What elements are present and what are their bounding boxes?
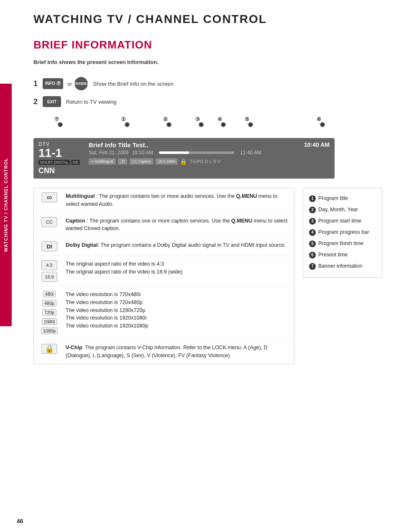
side-tab: WATCHING TV / CHANNEL CONTROL — [0, 84, 12, 326]
resolution-desc: The video resolution is 720x480i The vid… — [66, 291, 289, 330]
banner-right: 10:40 AM — [292, 141, 330, 148]
legend-num-3: 3 — [309, 218, 316, 225]
ratio-icon: 16:9 1080i — [156, 159, 177, 164]
banner-end-time: 11:40 AM — [240, 150, 261, 156]
step-1-desc: Show the Brief Info on the screen. — [93, 81, 175, 87]
annotation-5 — [248, 122, 253, 127]
annot-label-4: ④ — [217, 116, 222, 122]
multilingual-symbol: ∞ — [41, 192, 57, 202]
banner-left: DTV 11-1 DOLBY DIGITAL HD CNN — [38, 141, 84, 175]
dolby-symbol: DI — [41, 241, 57, 251]
vchip-icon-col: 🔒 — [39, 344, 60, 354]
info-table: ∞ Multilingual : The program contains tw… — [33, 188, 294, 364]
legend-item-2: 2 Day, Month, Year — [309, 205, 376, 215]
legend-item-1: 1 Program title — [309, 193, 376, 204]
legend-num-1: 1 — [309, 195, 316, 202]
banner-center: Brief Info Title Test.. Sat, Feb 21, 200… — [89, 141, 288, 165]
res-480p: 480p — [42, 300, 56, 307]
info-row-aspect: 4:3 16:9 The original aspect ratio of th… — [34, 256, 294, 286]
dolby-icon-col: DI — [39, 241, 60, 251]
vchip-desc: V-Chip: The program contains V-Chip info… — [66, 344, 289, 360]
page-number: 46 — [17, 518, 23, 524]
caption-icon-col: CC — [39, 217, 60, 227]
banner-date: Sat, Feb 21, 2009 — [89, 150, 128, 156]
aspect-icon-col: 4:3 16:9 — [39, 260, 60, 282]
aspect-desc: The original aspect ratio of the video i… — [66, 260, 289, 276]
res-720p: 720p — [42, 309, 56, 316]
lock-banner-icon: 🔒 — [180, 158, 187, 165]
vchip-symbol: 🔒 — [41, 344, 57, 354]
legend-label-1: Program title — [318, 193, 348, 204]
info-row-caption: CC Caption : The program contains one or… — [34, 213, 294, 238]
annot-label-2: ② — [163, 116, 168, 122]
step-2: 2 EXIT Return to TV viewing — [33, 96, 382, 107]
annotation-4 — [221, 122, 226, 127]
legend-num-2: 2 — [309, 207, 316, 213]
banner-channel: 11-1 — [38, 147, 84, 159]
annotation-7 — [58, 122, 63, 127]
caption-desc: Caption : The program contains one or mo… — [66, 217, 289, 233]
res-1080p: 1080p — [41, 327, 58, 334]
multilingual-desc: Multilingual : The program contains two … — [66, 192, 289, 208]
banner-current-time: 10:40 AM — [292, 141, 330, 148]
banner-start-time: 10:10 AM — [132, 150, 153, 156]
info-row-vchip: 🔒 V-Chip: The program contains V-Chip in… — [34, 340, 294, 364]
dolby-desc: Dolby Digital: The program contains a Do… — [66, 241, 289, 249]
legend-label-4: Program progress bar — [318, 227, 369, 238]
banner-badges: DOLBY DIGITAL HD — [38, 160, 84, 165]
cc-symbol: CC — [41, 217, 57, 227]
dolby-badge: DOLBY DIGITAL — [38, 160, 70, 165]
exit-button[interactable]: EXIT — [43, 96, 61, 107]
or-text: or — [67, 81, 72, 87]
multilingual-icon-col: ∞ — [39, 192, 60, 202]
legend-item-3: 3 Program start time — [309, 216, 376, 226]
tv-banner: DTV 11-1 DOLBY DIGITAL HD CNN Brief Info… — [33, 138, 335, 179]
annotation-3 — [199, 122, 204, 127]
section-title: BRIEF INFORMATION — [33, 38, 382, 51]
side-tab-label: WATCHING TV / CHANNEL CONTROL — [3, 158, 8, 252]
rating-banner: TV-PG D L S V — [189, 159, 220, 164]
legend-item-7: 7 Banner information — [309, 261, 376, 271]
enter-button[interactable]: ENTER⊙ — [74, 77, 88, 90]
legend-label-7: Banner information — [318, 261, 363, 271]
banner-time-row: Sat, Feb 21, 2009 10:10 AM 11:40 AM — [89, 150, 288, 156]
annotation-1 — [125, 122, 130, 127]
multilingual-icon: ∞ Multilingual — [89, 159, 115, 164]
res-1080i: 1080i — [42, 318, 57, 325]
intro-text: Brief Info shows the present screen info… — [33, 59, 382, 65]
annot-label-7: ⑦ — [54, 116, 59, 122]
banner-icons-row: ∞ Multilingual □D CC Caption 16:9 1080i … — [89, 158, 288, 165]
annot-label-5: ⑤ — [245, 116, 249, 122]
legend-item-4: 4 Program progress bar — [309, 227, 376, 238]
step-1: 1 INFO ⓟ or ENTER⊙ Show the Brief Info o… — [33, 77, 382, 90]
lock-icon: 🔒 — [45, 344, 54, 353]
progress-bar-fill — [159, 151, 189, 154]
step-2-desc: Return to TV viewing — [66, 99, 116, 105]
info-section: ∞ Multilingual : The program contains tw… — [33, 188, 382, 364]
info-row-resolution: 480i 480p 720p 1080i 1080p The video res… — [34, 286, 294, 340]
hd-badge: HD — [71, 160, 80, 165]
resolution-icon-col: 480i 480p 720p 1080i 1080p — [39, 291, 60, 335]
annotation-2 — [166, 122, 171, 127]
legend-label-3: Program start time — [318, 216, 361, 226]
annot-label-1: ① — [121, 116, 126, 122]
progress-bar — [159, 151, 234, 154]
legend-num-6: 6 — [309, 252, 316, 258]
info-row-multilingual: ∞ Multilingual : The program contains tw… — [34, 188, 294, 213]
legend-label-6: Present time — [318, 250, 348, 260]
legend-num-5: 5 — [309, 240, 316, 247]
legend-label-5: Program finish time — [318, 238, 363, 249]
legend-num-4: 4 — [309, 229, 316, 236]
aspect-169-symbol: 16:9 — [41, 272, 57, 282]
legend-panel: 1 Program title 2 Day, Month, Year 3 Pro… — [303, 188, 382, 278]
legend-item-5: 5 Program finish time — [309, 238, 376, 249]
legend-label-2: Day, Month, Year — [318, 205, 358, 215]
res-480i: 480i — [43, 291, 56, 297]
banner-callsign: CNN — [38, 166, 84, 175]
info-button[interactable]: INFO ⓟ — [43, 78, 63, 89]
page-title: WATCHING TV / CHANNEL CONTROL — [33, 13, 382, 26]
aspect-43-symbol: 4:3 — [41, 260, 57, 270]
step-number-2: 2 — [33, 97, 40, 106]
legend-num-7: 7 — [309, 263, 316, 270]
step-number-1: 1 — [33, 79, 40, 88]
